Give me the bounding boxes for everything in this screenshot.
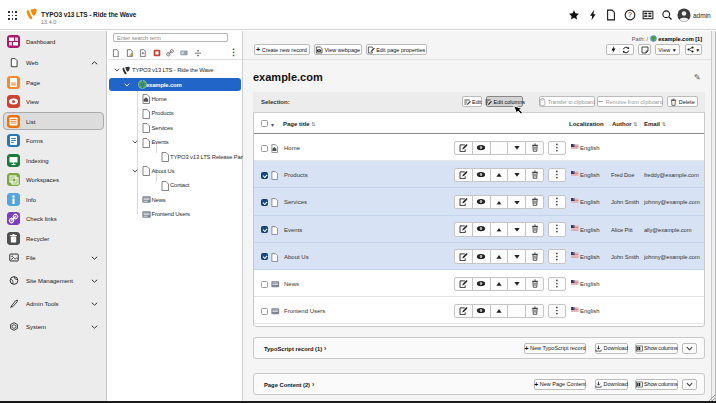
svg-text:?: ? bbox=[628, 11, 632, 18]
